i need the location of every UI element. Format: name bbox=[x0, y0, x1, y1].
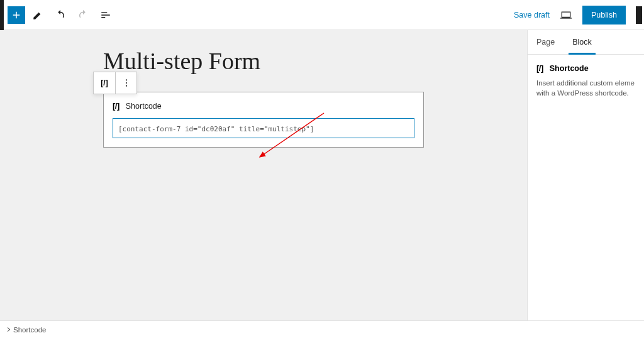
block-toolbar: [/] bbox=[93, 72, 137, 94]
pencil-icon bbox=[32, 9, 43, 21]
page-title[interactable]: Multi-step Form bbox=[103, 49, 424, 73]
chevron-right-icon bbox=[6, 327, 10, 332]
tab-page[interactable]: Page bbox=[528, 30, 564, 54]
save-draft-button[interactable]: Save draft bbox=[514, 11, 550, 19]
publish-button[interactable]: Publish bbox=[582, 6, 626, 25]
svg-point-3 bbox=[125, 82, 126, 84]
document-overview-button[interactable] bbox=[96, 5, 116, 25]
editor-canvas[interactable]: Multi-step Form [/] Shortcode [/] bbox=[0, 30, 527, 320]
panel-description: Insert additional custom eleme with a Wo… bbox=[536, 78, 635, 98]
svg-point-2 bbox=[125, 79, 126, 80]
shortcode-input-wrap bbox=[113, 118, 414, 138]
undo-button[interactable] bbox=[50, 5, 70, 25]
top-toolbar: Save draft Publish bbox=[0, 0, 644, 30]
block-title: Shortcode bbox=[126, 102, 162, 111]
panel-header: [/] Shortcode bbox=[536, 63, 635, 73]
shortcode-block[interactable]: [/] Shortcode bbox=[103, 92, 424, 148]
sidebar-tabs: Page Block bbox=[528, 30, 644, 55]
shortcode-input[interactable] bbox=[118, 125, 409, 133]
list-view-icon bbox=[100, 9, 111, 21]
svg-point-4 bbox=[125, 85, 126, 87]
toolbar-right: Save draft Publish bbox=[514, 5, 639, 25]
plus-icon bbox=[11, 9, 22, 21]
tools-button[interactable] bbox=[28, 5, 48, 25]
block-panel: [/] Shortcode Insert additional custom e… bbox=[528, 55, 644, 107]
preview-button[interactable] bbox=[556, 5, 576, 25]
block-options-button[interactable] bbox=[115, 72, 136, 94]
undo-icon bbox=[55, 9, 66, 21]
block-breadcrumb: Shortcode bbox=[0, 320, 644, 338]
add-block-button[interactable] bbox=[8, 6, 25, 24]
shortcode-icon: [/] bbox=[101, 79, 108, 87]
laptop-icon bbox=[560, 9, 572, 21]
block-type-button[interactable]: [/] bbox=[94, 72, 115, 94]
main-area: Multi-step Form [/] Shortcode [/] bbox=[0, 30, 644, 320]
more-vertical-icon bbox=[121, 78, 131, 88]
shortcode-icon: [/] bbox=[536, 63, 543, 73]
panel-title: Shortcode bbox=[550, 64, 589, 73]
redo-icon bbox=[77, 9, 89, 21]
shortcode-icon: [/] bbox=[113, 101, 119, 111]
canvas-inner: Multi-step Form [/] Shortcode bbox=[0, 30, 527, 148]
settings-sidebar: Page Block [/] Shortcode Insert addition… bbox=[527, 30, 644, 320]
redo-button[interactable] bbox=[73, 5, 93, 25]
toolbar-left bbox=[5, 0, 116, 30]
breadcrumb-item[interactable]: Shortcode bbox=[13, 326, 46, 334]
tab-block[interactable]: Block bbox=[564, 30, 601, 54]
admin-bar-edge bbox=[0, 0, 4, 30]
settings-edge bbox=[636, 6, 642, 24]
block-header: [/] Shortcode bbox=[113, 101, 414, 111]
